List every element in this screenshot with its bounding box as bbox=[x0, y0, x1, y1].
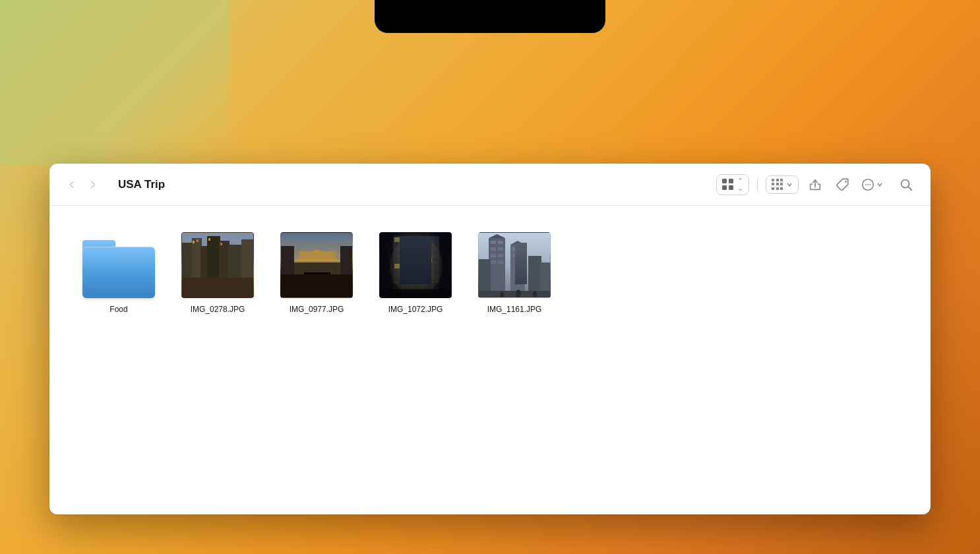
svg-point-36 bbox=[327, 282, 334, 295]
svg-rect-56 bbox=[414, 270, 422, 275]
svg-rect-21 bbox=[182, 282, 254, 298]
folder-icon bbox=[82, 232, 155, 298]
more-chevron-icon bbox=[876, 181, 883, 188]
svg-point-22 bbox=[199, 279, 204, 292]
list-item[interactable]: IMG_0278.JPG bbox=[175, 227, 260, 321]
svg-line-7 bbox=[908, 187, 911, 190]
svg-rect-70 bbox=[491, 261, 496, 264]
file-grid: Food bbox=[76, 227, 904, 321]
share-icon bbox=[808, 177, 822, 192]
file-name: IMG_0278.JPG bbox=[191, 305, 245, 315]
svg-rect-18 bbox=[197, 239, 199, 242]
svg-rect-16 bbox=[241, 239, 254, 298]
group-icon bbox=[772, 179, 783, 191]
svg-point-4 bbox=[867, 184, 869, 185]
finder-window: USA Trip ⌃⌄ bbox=[49, 164, 931, 514]
grid-view-icon bbox=[722, 179, 734, 191]
back-button[interactable] bbox=[63, 175, 81, 194]
desktop-bg-accent bbox=[0, 0, 231, 165]
search-button[interactable] bbox=[895, 173, 917, 196]
svg-rect-14 bbox=[219, 241, 230, 298]
svg-rect-19 bbox=[208, 238, 210, 241]
toolbar: USA Trip ⌃⌄ bbox=[49, 164, 931, 206]
svg-rect-15 bbox=[228, 245, 243, 298]
svg-rect-73 bbox=[518, 247, 523, 251]
svg-rect-54 bbox=[424, 257, 432, 262]
photo-preview bbox=[280, 232, 353, 298]
photo-preview bbox=[379, 232, 452, 298]
list-item[interactable]: IMG_0977.JPG bbox=[274, 227, 359, 321]
svg-rect-29 bbox=[299, 251, 336, 259]
svg-rect-67 bbox=[498, 247, 503, 251]
camera-notch bbox=[375, 0, 605, 33]
svg-point-3 bbox=[865, 184, 867, 185]
svg-rect-33 bbox=[340, 246, 353, 298]
group-button[interactable] bbox=[766, 175, 799, 194]
window-title: USA Trip bbox=[118, 178, 708, 191]
svg-rect-30 bbox=[294, 262, 340, 298]
list-item[interactable]: Food bbox=[76, 227, 162, 321]
svg-rect-51 bbox=[394, 237, 402, 242]
svg-rect-34 bbox=[281, 286, 353, 298]
view-chevron-icon: ⌃⌄ bbox=[737, 177, 743, 192]
svg-rect-66 bbox=[491, 247, 496, 251]
svg-rect-65 bbox=[498, 241, 503, 244]
photo-preview bbox=[478, 232, 551, 298]
more-options-button[interactable] bbox=[859, 175, 884, 195]
forward-button[interactable] bbox=[84, 175, 102, 194]
view-switcher[interactable]: ⌃⌄ bbox=[716, 174, 749, 195]
svg-rect-32 bbox=[281, 246, 294, 298]
svg-rect-72 bbox=[512, 247, 517, 251]
file-name: IMG_1072.JPG bbox=[388, 305, 443, 315]
tag-icon bbox=[836, 177, 850, 192]
group-chevron-icon bbox=[786, 181, 793, 188]
svg-point-23 bbox=[215, 282, 222, 292]
svg-rect-53 bbox=[414, 251, 422, 255]
svg-rect-60 bbox=[489, 238, 505, 298]
svg-point-35 bbox=[295, 286, 300, 296]
file-thumbnail bbox=[379, 232, 452, 298]
tag-button[interactable] bbox=[832, 173, 854, 196]
svg-point-57 bbox=[390, 236, 443, 295]
svg-rect-71 bbox=[498, 261, 503, 264]
svg-rect-20 bbox=[220, 243, 222, 245]
list-item[interactable]: IMG_1161.JPG bbox=[472, 227, 557, 321]
svg-point-5 bbox=[869, 184, 871, 185]
file-thumbnail bbox=[181, 232, 254, 298]
file-thumbnail bbox=[280, 232, 353, 298]
svg-rect-68 bbox=[491, 254, 496, 257]
list-item[interactable]: IMG_1072.JPG bbox=[373, 227, 458, 321]
svg-rect-52 bbox=[404, 244, 412, 249]
svg-rect-17 bbox=[193, 241, 195, 243]
share-button[interactable] bbox=[804, 173, 826, 196]
svg-point-24 bbox=[232, 278, 237, 292]
svg-rect-79 bbox=[479, 291, 551, 298]
svg-rect-75 bbox=[518, 254, 523, 257]
nav-buttons bbox=[63, 175, 102, 194]
svg-rect-31 bbox=[304, 272, 330, 298]
file-name: IMG_1161.JPG bbox=[487, 305, 542, 315]
photo-preview bbox=[181, 232, 254, 298]
content-area: Food bbox=[49, 206, 931, 514]
search-icon bbox=[899, 177, 913, 192]
file-name: Food bbox=[109, 305, 127, 315]
svg-rect-58 bbox=[380, 289, 452, 298]
file-thumbnail bbox=[478, 232, 551, 298]
toolbar-right: ⌃⌄ bbox=[716, 173, 917, 196]
desktop: USA Trip ⌃⌄ bbox=[0, 0, 980, 554]
svg-rect-11 bbox=[192, 238, 202, 298]
svg-rect-74 bbox=[512, 254, 517, 257]
svg-rect-69 bbox=[498, 254, 503, 257]
more-circle-icon bbox=[861, 177, 875, 192]
svg-rect-13 bbox=[207, 236, 220, 298]
svg-point-1 bbox=[845, 181, 847, 183]
toolbar-divider-1 bbox=[757, 177, 758, 192]
file-name: IMG_0977.JPG bbox=[290, 305, 344, 315]
svg-rect-64 bbox=[491, 241, 496, 244]
